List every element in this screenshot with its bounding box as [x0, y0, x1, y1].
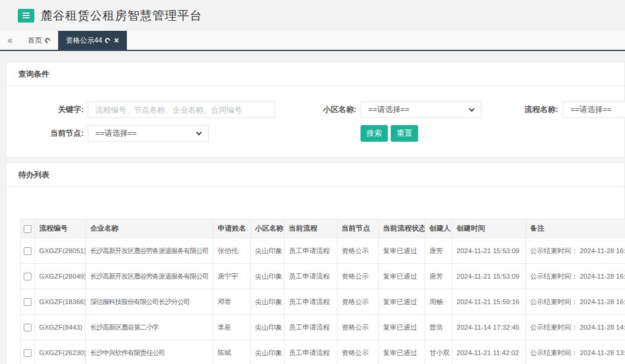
tab-bar: « 首页 资格公示44 ×: [0, 31, 625, 51]
table-cell: 长沙高新开发区麓谷劳务派遣服务有限公司: [86, 238, 213, 264]
table-row: GXGZF(18366)深信服科技股份有限公司长沙分公司邓青尖山印象员工申请流程…: [21, 289, 625, 315]
table-cell: 员工申请流程: [285, 340, 337, 364]
table-row: GXGZF(26230)长沙中兴软件有限责任公司陈斌尖山印象员工申请流程资格公示…: [21, 340, 625, 364]
table-cell: 员工申请流程: [285, 264, 337, 289]
row-checkbox[interactable]: [24, 349, 31, 357]
community-name-label: 小区名称:: [279, 101, 356, 118]
page-title: 麓谷租赁公租房智慧管理平台: [40, 8, 202, 24]
query-form: 关键字: 小区名称: ==请选择== 流程名称: ==请选择== 当前节点: =…: [7, 86, 624, 157]
table-cell: 邓青: [213, 289, 251, 315]
column-header: 备注: [526, 219, 625, 238]
column-header: 当前节点: [337, 219, 379, 238]
table-cell: 复审已通过: [379, 289, 425, 315]
process-name-label: 流程名称:: [481, 101, 558, 118]
table-cell: 复审已通过: [379, 264, 425, 289]
table-cell: 员工申请流程: [285, 238, 337, 264]
table-cell: 长沙高新区麓谷第二小学: [86, 315, 213, 340]
chevron-down-icon: [469, 106, 475, 111]
table-cell: 尖山印象: [251, 264, 285, 289]
keyword-label: 关键字:: [7, 101, 84, 118]
table-cell: 曾浩: [425, 315, 452, 340]
select-value: ==请选择==: [95, 128, 136, 139]
row-checkbox-cell: [21, 340, 35, 364]
table-cell: GXGZF(26230): [35, 340, 86, 364]
column-header: 当前流程: [285, 219, 337, 238]
table-cell: 唐芳: [425, 264, 452, 289]
refresh-icon[interactable]: [104, 37, 111, 44]
table-cell: 公示结束时间： 2024-11-28 14:15:20: [526, 315, 625, 340]
table-cell: 资格公示: [337, 264, 379, 289]
row-checkbox-cell: [21, 315, 35, 340]
table-cell: 复审已通过: [379, 340, 425, 364]
select-all-header-cell: [21, 219, 35, 238]
query-panel: 查询条件 关键字: 小区名称: ==请选择== 流程名称: ==请选择== 当前…: [6, 62, 625, 158]
todo-table: 流程编号企业名称申请姓名小区名称当前流程当前节点当前流程状态创建人创建时间备注 …: [20, 219, 625, 364]
table-cell: 尖山印象: [251, 238, 285, 264]
table-cell: 资格公示: [337, 340, 379, 364]
table-cell: 李星: [213, 315, 251, 340]
select-value: ==请选择==: [368, 104, 409, 115]
table-cell: 张伯伦: [213, 238, 251, 264]
table-cell: 公示结束时间： 2024-11-28 16:48:51: [526, 289, 625, 315]
menu-icon[interactable]: [18, 9, 34, 23]
table-cell: 甘小双: [425, 340, 452, 364]
table-cell: 唐芳: [425, 238, 452, 264]
todo-section-title: 待办列表: [7, 163, 624, 187]
table-cell: 公示结束时间： 2024-11-28 13:22:09: [526, 340, 625, 364]
table-cell: GXGZF(28051): [35, 238, 86, 264]
table-cell: 资格公示: [337, 238, 379, 264]
tab-qualification-publicity[interactable]: 资格公示44 ×: [58, 31, 127, 50]
column-header: 流程编号: [35, 219, 86, 238]
column-header: 小区名称: [251, 219, 285, 238]
row-checkbox[interactable]: [24, 324, 31, 331]
table-cell: 2024-11-21 15:59:16: [452, 289, 526, 315]
table-cell: 复审已通过: [379, 315, 425, 340]
table-cell: 复审已通过: [379, 238, 425, 264]
tab-label: 资格公示44: [66, 36, 102, 46]
table-cell: 长沙中兴软件有限责任公司: [86, 340, 213, 364]
table-cell: 资格公示: [337, 289, 379, 315]
table-row: GXGZF(28051)长沙高新开发区麓谷劳务派遣服务有限公司张伯伦尖山印象员工…: [21, 238, 625, 264]
column-header: 当前流程状态: [379, 219, 425, 238]
select-all-checkbox[interactable]: [24, 225, 31, 233]
row-checkbox[interactable]: [24, 273, 31, 280]
table-cell: 2024-11-21 15:53:09: [452, 264, 526, 289]
table-row: GXGZF(28049)长沙高新开发区麓谷劳务派遣服务有限公司唐宁宇尖山印象员工…: [21, 264, 625, 289]
table-cell: 资格公示: [337, 315, 379, 340]
table-cell: 2024-11-21 11:42:02: [452, 340, 526, 364]
table-cell: 员工申请流程: [285, 315, 337, 340]
search-button[interactable]: 搜索: [361, 125, 388, 142]
column-header: 申请姓名: [213, 219, 251, 238]
column-header: 创建时间: [452, 219, 526, 238]
table-cell: 尖山印象: [251, 289, 285, 315]
select-value: ==请选择==: [570, 104, 611, 115]
table-cell: 尖山印象: [251, 315, 285, 340]
current-node-label: 当前节点:: [7, 125, 84, 142]
reset-button[interactable]: 重置: [391, 125, 418, 142]
close-icon[interactable]: ×: [114, 36, 119, 44]
process-name-select[interactable]: ==请选择==: [563, 101, 625, 118]
app-header: 麓谷租赁公租房智慧管理平台: [0, 0, 625, 31]
collapse-tabs-icon[interactable]: «: [0, 31, 20, 50]
row-checkbox-cell: [21, 264, 35, 289]
table-cell: 员工申请流程: [285, 289, 337, 315]
community-name-select[interactable]: ==请选择==: [361, 101, 481, 118]
todo-panel: 待办列表 流程编号企业名称申请姓名小区名称当前流程当前节点当前流程状态创建人创建…: [6, 162, 625, 364]
table-cell: GXGZF(28049): [35, 264, 86, 289]
table-cell: 公示结束时间： 2024-11-28 16:49:13: [526, 238, 625, 264]
row-checkbox[interactable]: [24, 247, 31, 255]
tab-label: 首页: [28, 36, 42, 46]
row-checkbox[interactable]: [24, 298, 31, 306]
column-header: 创建人: [425, 219, 452, 238]
chevron-down-icon: [196, 129, 202, 135]
keyword-input[interactable]: [88, 101, 275, 118]
current-node-select[interactable]: ==请选择==: [88, 125, 209, 142]
row-checkbox-cell: [21, 289, 35, 315]
table-header-row: 流程编号企业名称申请姓名小区名称当前流程当前节点当前流程状态创建人创建时间备注: [21, 219, 625, 238]
row-checkbox-cell: [21, 238, 35, 264]
table-row: GXGZF(8443)长沙高新区麓谷第二小学李星尖山印象员工申请流程资格公示复审…: [21, 315, 625, 340]
table-cell: GXGZF(8443): [35, 315, 86, 340]
table-cell: GXGZF(18366): [35, 289, 86, 315]
tab-home[interactable]: 首页: [20, 31, 58, 50]
refresh-icon[interactable]: [44, 37, 52, 44]
